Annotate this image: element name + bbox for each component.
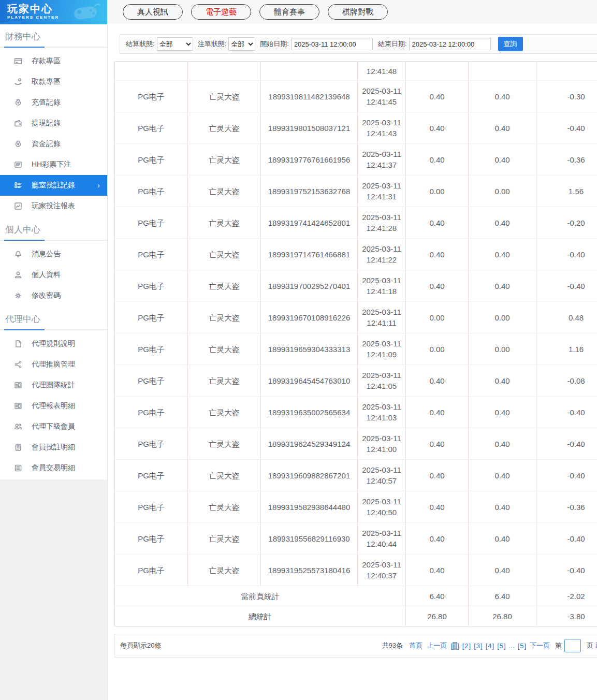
cell-empty — [469, 62, 536, 81]
tab-棋牌對戰[interactable]: 棋牌對戰 — [328, 4, 388, 20]
cell-valid-amount: 0.40 — [469, 460, 536, 491]
sidebar-item-代理團隊統計[interactable]: 代理團隊統計 — [0, 375, 107, 396]
table-row: PG电子亡灵大盗18993198015080371212025-03-1112:… — [115, 112, 597, 144]
sidebar-item-label: 代理推廣管理 — [32, 360, 75, 369]
sidebar-item-label: 資金記錄 — [32, 139, 61, 149]
cell-win-loss: -0.40 — [536, 397, 597, 428]
cell-empty — [406, 62, 469, 81]
users-icon — [14, 422, 22, 431]
search-button[interactable]: 查詢 — [498, 37, 523, 51]
table-row: PG电子亡灵大盗18993196098828672012025-03-1112:… — [115, 460, 597, 491]
sidebar-item-廳室投註記錄[interactable]: 廳室投註記錄› — [0, 175, 107, 196]
sidebar-item-消息公告[interactable]: 消息公告 — [0, 244, 107, 265]
cell-bet-amount: 0.40 — [406, 523, 469, 555]
sidebar-item-充值記錄[interactable]: 充值記錄 — [0, 92, 107, 113]
jump-page-input[interactable] — [564, 639, 581, 652]
sidebar-item-代理報表明細[interactable]: 代理報表明細 — [0, 396, 107, 416]
sidebar-item-代理下級會員[interactable]: 代理下級會員 — [0, 416, 107, 437]
summary-value: -2.02 — [536, 586, 597, 606]
hand-coin-icon — [14, 78, 22, 86]
cell-valid-amount: 0.40 — [469, 555, 536, 586]
end-date-input[interactable] — [409, 38, 491, 50]
user-icon — [14, 271, 22, 279]
cell-game: 亡灵大盗 — [188, 523, 261, 555]
sidebar-item-取款專區[interactable]: 取款專區 — [0, 71, 107, 92]
doc-icon — [14, 340, 22, 348]
sidebar-item-label: 代理團隊統計 — [32, 381, 75, 390]
tab-體育賽事[interactable]: 體育賽事 — [259, 4, 319, 20]
cell-bet-amount: 0.40 — [406, 270, 469, 302]
table-row: PG电子亡灵大盗18993197767616619562025-03-1112:… — [115, 144, 597, 176]
sidebar-item-會員交易明細[interactable]: 會員交易明細 — [0, 458, 107, 478]
cell-valid-amount: 0.40 — [469, 270, 536, 302]
page-link-1[interactable]: [1] — [450, 642, 459, 650]
sidebar-item-提現記錄[interactable]: 提現記錄 — [0, 113, 107, 134]
cell-order-id: 1899319714761466881 — [261, 239, 358, 270]
sidebar-item-HH彩票下注[interactable]: HH彩票下注 — [0, 154, 107, 175]
summary-row: 總統計26.8026.80-3.80 — [115, 606, 597, 626]
stat-card-icon-wrap — [14, 402, 22, 410]
user-icon-wrap — [14, 271, 22, 279]
settle-status-label: 結算狀態: — [126, 39, 155, 49]
order-status-label: 注單狀態: — [198, 39, 227, 49]
sidebar-item-玩家投注報表[interactable]: 玩家投注報表 — [0, 196, 107, 216]
sidebar-item-代理推廣管理[interactable]: 代理推廣管理 — [0, 354, 107, 375]
pagination-bar: 每頁顯示20條 共93条 首页 上一页 [1][2][3][4][5]...[5… — [114, 634, 597, 658]
cell-order-id: 1899319741424652801 — [261, 207, 358, 239]
cell-order-id: 1899319811482139648 — [261, 81, 358, 112]
cell-win-loss: -0.40 — [536, 523, 597, 555]
tab-真人視訊[interactable]: 真人視訊 — [123, 4, 183, 20]
settle-status-select[interactable]: 全部 — [157, 37, 193, 51]
table-row: PG电子亡灵大盗18993195829386444802025-03-1112:… — [115, 491, 597, 523]
page-link-2[interactable]: [2] — [462, 642, 471, 650]
cell-order-id: 1899319582938644480 — [261, 491, 358, 523]
cell-order-id: 1899319609882867201 — [261, 460, 358, 491]
cell-hall: PG电子 — [115, 491, 188, 523]
cell-game: 亡灵大盗 — [188, 270, 261, 302]
order-status-select[interactable]: 全部 — [228, 37, 255, 51]
sidebar-item-資金記錄[interactable]: 資金記錄 — [0, 134, 107, 154]
first-page-link[interactable]: 首页 — [409, 641, 423, 650]
sidebar-item-label: 修改密碼 — [32, 291, 61, 300]
cell-win-loss: -0.20 — [536, 207, 597, 239]
cell-datetime: 2025-03-1112:41:31 — [358, 176, 406, 207]
sidebar-item-label: 玩家投注報表 — [32, 201, 75, 211]
doc-list-icon — [14, 161, 22, 169]
start-date-input[interactable] — [291, 38, 373, 50]
chevron-right-icon: › — [97, 181, 100, 189]
page-link-4[interactable]: [4] — [486, 642, 494, 650]
cell-game: 亡灵大盗 — [188, 555, 261, 586]
cell-win-loss: -0.30 — [536, 81, 597, 112]
sidebar-item-代理規則說明[interactable]: 代理規則說明 — [0, 333, 107, 354]
sidebar-item-存款專區[interactable]: 存款專區 — [0, 51, 107, 71]
page-link-5[interactable]: [5] — [518, 642, 526, 650]
cell-empty — [261, 62, 358, 81]
sidebar-item-label: 會員投註明細 — [32, 443, 75, 452]
cell-order-id: 1899319525573180416 — [261, 555, 358, 586]
hand-coin-icon-wrap — [14, 78, 22, 86]
jump-suffix-text: 页 — [587, 641, 593, 650]
bell-icon-wrap — [14, 250, 22, 258]
section-title-個人中心: 個人中心 — [5, 224, 107, 236]
cell-hall: PG电子 — [115, 428, 188, 460]
page-link-5[interactable]: [5] — [497, 642, 505, 650]
cell-win-loss: -0.40 — [536, 239, 597, 270]
cell-valid-amount: 0.40 — [469, 112, 536, 144]
next-page-link[interactable]: 下一页 — [530, 641, 550, 650]
sidebar-item-修改密碼[interactable]: 修改密碼 — [0, 285, 107, 306]
cell-datetime: 2025-03-1112:41:22 — [358, 239, 406, 270]
room-list-icon-wrap — [14, 181, 22, 189]
sidebar-item-會員投註明細[interactable]: 會員投註明細 — [0, 437, 107, 458]
cell-win-loss: -0.36 — [536, 491, 597, 523]
sidebar-item-個人資料[interactable]: 個人資料 — [0, 265, 107, 285]
page-link-3[interactable]: [3] — [474, 642, 482, 650]
logo: 玩家中心 PLAYERS CENTER — [0, 0, 107, 24]
prev-page-link[interactable]: 上一页 — [427, 641, 447, 650]
cell-order-id: 1899319752153632768 — [261, 176, 358, 207]
cell-bet-amount: 0.40 — [406, 428, 469, 460]
cell-bet-amount: 0.40 — [406, 207, 469, 239]
cell-hall: PG电子 — [115, 112, 188, 144]
cell-datetime: 2025-03-1112:41:09 — [358, 333, 406, 365]
tab-電子遊藝[interactable]: 電子遊藝 — [191, 4, 251, 20]
end-date-label: 結束日期: — [378, 39, 407, 49]
